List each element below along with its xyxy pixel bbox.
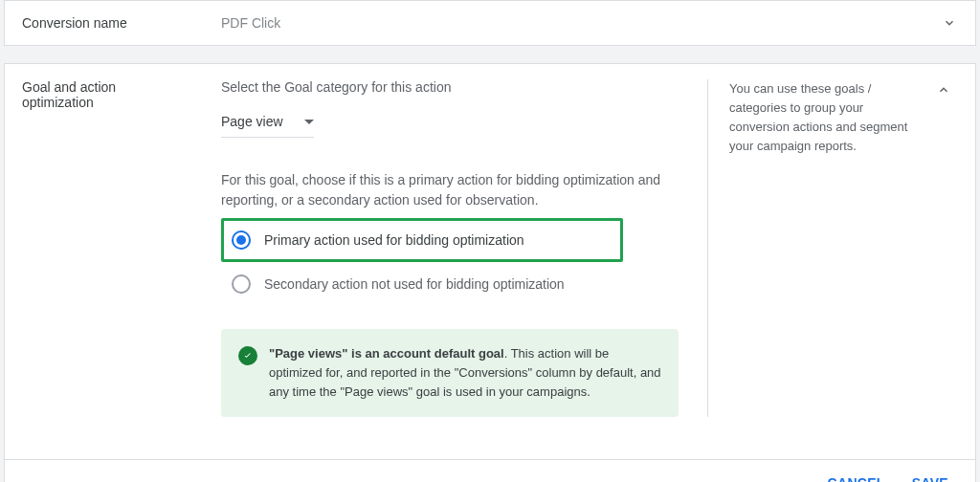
action-type-helper: For this goal, choose if this is a prima…	[221, 170, 679, 210]
chevron-up-icon[interactable]	[935, 81, 952, 99]
radio-primary-label: Primary action used for bidding optimiza…	[264, 232, 524, 248]
goal-optimization-card: Goal and action optimization Select the …	[4, 63, 976, 482]
chevron-down-icon[interactable]	[941, 14, 958, 32]
radio-secondary-label: Secondary action not used for bidding op…	[264, 276, 565, 292]
goal-optimization-aside: You can use these goals / categories to …	[707, 79, 929, 417]
save-button[interactable]: SAVE	[912, 475, 948, 482]
action-button-bar: CANCEL SAVE	[5, 459, 975, 482]
goal-category-prompt: Select the Goal category for this action	[221, 79, 679, 95]
radio-primary-action[interactable]: Primary action used for bidding optimiza…	[221, 218, 623, 262]
cancel-button[interactable]: CANCEL	[828, 475, 885, 482]
radio-icon	[232, 274, 251, 294]
conversion-name-value: PDF Click	[221, 15, 941, 31]
goal-category-value: Page view	[221, 114, 283, 129]
radio-secondary-action[interactable]: Secondary action not used for bidding op…	[221, 262, 679, 306]
dropdown-arrow-icon	[304, 120, 314, 124]
default-goal-notice-text: "Page views" is an account default goal.…	[269, 344, 661, 402]
default-goal-notice: "Page views" is an account default goal.…	[221, 329, 679, 417]
action-type-radio-group: Primary action used for bidding optimiza…	[221, 218, 679, 306]
conversion-name-label: Conversion name	[22, 15, 221, 31]
goal-category-select[interactable]: Page view	[221, 110, 314, 138]
conversion-name-card[interactable]: Conversion name PDF Click	[4, 0, 976, 46]
check-circle-icon	[238, 346, 257, 365]
goal-optimization-label: Goal and action optimization	[22, 79, 221, 417]
radio-icon	[232, 230, 251, 250]
